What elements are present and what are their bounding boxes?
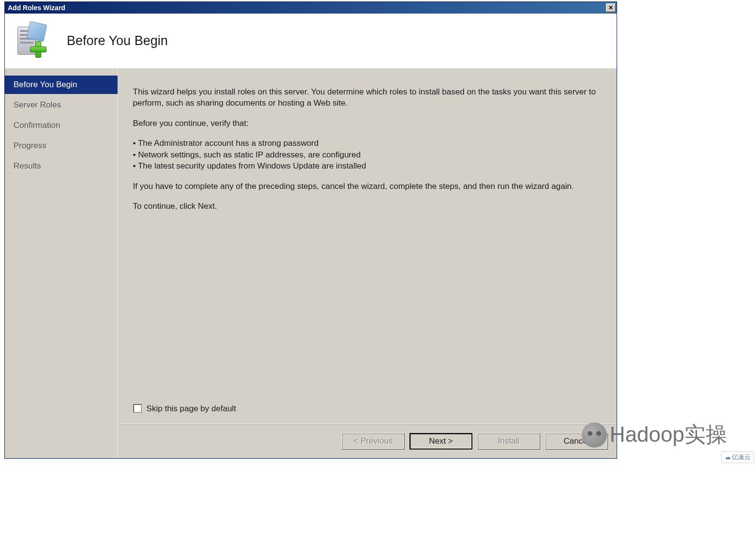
content-panel: This wizard helps you install roles on t… bbox=[118, 69, 617, 458]
cancel-button[interactable]: Cancel bbox=[545, 433, 608, 450]
wizard-body: Before You Begin Server Roles Confirmati… bbox=[5, 69, 617, 458]
verify-bullets: The Administrator account has a strong p… bbox=[133, 138, 602, 171]
skip-checkbox[interactable] bbox=[133, 404, 142, 413]
page-title: Before You Begin bbox=[67, 33, 168, 48]
cloud-icon: ☁ bbox=[725, 453, 731, 461]
next-button[interactable]: Next > bbox=[409, 433, 472, 450]
sidebar-item-results[interactable]: Results bbox=[5, 157, 118, 175]
wizard-window: Add Roles Wizard ✕ Before You Begin Befo… bbox=[4, 1, 617, 459]
intro-text: This wizard helps you install roles on t… bbox=[133, 86, 602, 109]
install-button[interactable]: Install bbox=[477, 433, 540, 450]
wizard-header: Before You Begin bbox=[5, 14, 617, 69]
sidebar-item-confirmation[interactable]: Confirmation bbox=[5, 116, 118, 135]
wizard-sidebar: Before You Begin Server Roles Confirmati… bbox=[5, 69, 118, 458]
sidebar-item-progress[interactable]: Progress bbox=[5, 137, 118, 155]
tag-icon bbox=[27, 21, 47, 42]
bullet-item: The Administrator account has a strong p… bbox=[133, 138, 602, 149]
verify-lead: Before you continue, verify that: bbox=[133, 118, 602, 129]
watermark-text: Hadoop实操 bbox=[610, 420, 727, 449]
window-title: Add Roles Wizard bbox=[8, 4, 65, 12]
post-bullets-text: If you have to complete any of the prece… bbox=[133, 181, 602, 192]
titlebar[interactable]: Add Roles Wizard ✕ bbox=[5, 2, 617, 14]
plus-icon bbox=[29, 40, 46, 58]
sidebar-item-server-roles[interactable]: Server Roles bbox=[5, 96, 118, 114]
sidebar-item-before-you-begin[interactable]: Before You Begin bbox=[5, 76, 118, 94]
wizard-icon bbox=[14, 24, 48, 59]
bullet-item: The latest security updates from Windows… bbox=[133, 160, 602, 171]
content-inner: This wizard helps you install roles on t… bbox=[119, 69, 617, 424]
bullet-item: Network settings, such as static IP addr… bbox=[133, 149, 602, 160]
previous-button[interactable]: < Previous bbox=[342, 433, 405, 450]
button-bar: < Previous Next > Install Cancel bbox=[119, 424, 617, 458]
corner-badge: ☁亿速云 bbox=[721, 451, 754, 463]
skip-label: Skip this page by default bbox=[147, 403, 236, 414]
skip-row: Skip this page by default bbox=[133, 403, 602, 419]
close-icon: ✕ bbox=[608, 5, 613, 11]
close-button[interactable]: ✕ bbox=[606, 3, 616, 12]
continue-hint: To continue, click Next. bbox=[133, 201, 602, 212]
corner-badge-text: 亿速云 bbox=[732, 453, 751, 461]
